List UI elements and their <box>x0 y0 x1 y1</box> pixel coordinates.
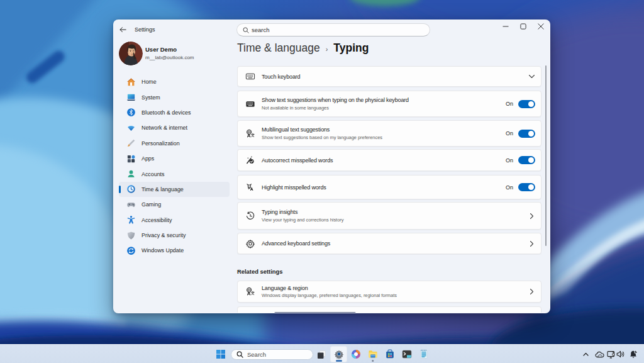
sidebar-item-label: Windows Update <box>142 247 184 254</box>
maximize-button[interactable] <box>514 20 532 33</box>
row-subtitle: Windows display language, preferred lang… <box>262 293 528 298</box>
back-button[interactable] <box>114 24 131 36</box>
sidebar-item-label: Home <box>142 79 157 85</box>
row-title: Multilingual text suggestions <box>262 126 506 133</box>
settings-row-touch-keyboard[interactable]: Touch keyboard <box>237 66 541 87</box>
sidebar-item-apps[interactable]: Apps <box>119 151 230 166</box>
sidebar-item-windows-update[interactable]: Windows Update <box>119 243 230 258</box>
multilingual-icon <box>245 128 255 139</box>
account-email: m__lab@outlook.com <box>145 55 194 60</box>
row-text: Multilingual text suggestionsShow text s… <box>262 126 506 140</box>
sidebar-item-gaming[interactable]: Gaming <box>119 197 230 212</box>
settings-row-typing-insights[interactable]: Typing insightsView your typing and corr… <box>237 202 541 230</box>
sidebar-item-accounts[interactable]: Accounts <box>119 166 230 181</box>
close-button[interactable] <box>532 20 550 33</box>
tray-display-icon[interactable] <box>607 350 616 359</box>
avatar[interactable] <box>119 42 143 65</box>
row-control <box>528 288 535 295</box>
breadcrumb-parent[interactable]: Time & language <box>237 42 320 55</box>
toggle-switch[interactable] <box>518 130 535 138</box>
tray-show-hidden-icons-icon[interactable] <box>582 351 589 358</box>
taskbar-settings-icon[interactable] <box>330 346 347 362</box>
sidebar-item-label: Accounts <box>142 171 165 177</box>
settings-row-autocorrect-misspelled-words[interactable]: Autocorrect misspelled wordsOn <box>237 149 541 171</box>
sidebar-item-time-language[interactable]: Time & language <box>119 182 230 197</box>
row-control: On <box>506 156 535 164</box>
touch-keyboard-icon <box>245 71 255 82</box>
scrollbar[interactable] <box>545 65 547 246</box>
taskbar-task-view-icon[interactable] <box>313 346 330 362</box>
sidebar-item-personalization[interactable]: Personalization <box>119 136 230 151</box>
sidebar-item-bluetooth-devices[interactable]: Bluetooth & devices <box>119 105 230 120</box>
tray-volume-icon[interactable] <box>616 350 625 358</box>
typing-insights-icon <box>245 211 255 221</box>
taskbar-terminal-icon[interactable] <box>398 346 415 362</box>
row-control: On <box>506 130 535 138</box>
row-title: Typing insights <box>262 209 528 215</box>
time-language-icon <box>126 184 136 194</box>
sidebar-item-network-internet[interactable]: Network & internet <box>119 120 230 135</box>
toggle-switch[interactable] <box>518 156 535 164</box>
taskbar: Search <box>0 344 644 363</box>
taskbar-notepad-icon[interactable] <box>415 346 432 362</box>
taskbar-center-buttons: Search <box>212 345 432 363</box>
toggle-switch[interactable] <box>518 100 535 108</box>
taskbar-microsoft-store-icon[interactable] <box>381 346 398 362</box>
settings-row-show-text-suggestions-when-typ[interactable]: Show text suggestions when typing on the… <box>237 91 541 117</box>
row-control <box>528 73 535 80</box>
sidebar-item-accessibility[interactable]: Accessibility <box>119 213 230 228</box>
accounts-icon <box>126 169 136 179</box>
settings-row-language-region[interactable]: Language & regionWindows display languag… <box>237 281 541 303</box>
row-control: On <box>506 100 535 108</box>
sidebar-item-system[interactable]: System <box>119 89 230 104</box>
privacy-icon <box>126 231 136 240</box>
sidebar-item-home[interactable]: Home <box>119 74 230 89</box>
row-text: Autocorrect misspelled words <box>262 157 506 164</box>
settings-search-input[interactable]: search <box>236 23 430 36</box>
system-tray <box>582 345 638 363</box>
settings-row-multilingual-text-suggestions[interactable]: Multilingual text suggestionsShow text s… <box>237 120 541 147</box>
chevron-right-icon <box>528 288 535 295</box>
sidebar-nav: HomeSystemBluetooth & devicesNetwork & i… <box>119 74 230 259</box>
minimize-button[interactable] <box>497 20 514 33</box>
apps-icon <box>126 154 136 164</box>
bluetooth-icon <box>126 108 136 117</box>
windows-update-icon <box>126 246 136 255</box>
chevron-right-icon <box>528 240 535 247</box>
settings-row-highlight-misspelled-words[interactable]: Highlight misspelled wordsOn <box>237 175 541 199</box>
row-text: Touch keyboard <box>262 74 528 80</box>
sidebar-item-privacy-security[interactable]: Privacy & security <box>119 228 230 243</box>
caption-buttons <box>497 20 550 33</box>
physical-keyboard-icon <box>245 99 255 109</box>
row-subtitle: Show text suggestions based on my langua… <box>262 135 506 140</box>
settings-window: Settings search User Demo m__l <box>113 20 550 313</box>
row-control: On <box>506 183 535 191</box>
row-control <box>528 240 535 247</box>
highlight-icon <box>245 182 255 193</box>
chevron-down-icon <box>528 73 535 80</box>
network-icon <box>126 123 136 133</box>
autocorrect-icon <box>245 155 255 165</box>
row-title: Advanced keyboard settings <box>262 240 528 247</box>
settings-row-advanced-keyboard-settings[interactable]: Advanced keyboard settings <box>237 233 541 254</box>
row-text: Highlight misspelled words <box>262 184 506 191</box>
taskbar-start-button[interactable] <box>212 346 229 362</box>
toggle-state-label: On <box>506 130 513 137</box>
search-placeholder: search <box>252 26 270 33</box>
chevron-right-icon <box>528 213 535 220</box>
tray-notifications-icon[interactable] <box>629 350 638 359</box>
taskbar-file-explorer-icon[interactable] <box>364 346 381 362</box>
taskbar-search-label: Search <box>247 351 266 358</box>
toggle-switch[interactable] <box>518 183 535 191</box>
breadcrumb-current: Typing <box>333 42 369 55</box>
taskbar-search[interactable]: Search <box>231 349 313 360</box>
row-text: Show text suggestions when typing on the… <box>262 97 506 111</box>
settings-row-clipped[interactable] <box>237 306 541 313</box>
row-title: Show text suggestions when typing on the… <box>262 97 506 103</box>
taskbar-copilot-icon[interactable] <box>347 346 364 362</box>
breadcrumb: Time & language › Typing <box>237 42 369 55</box>
sidebar-item-label: Time & language <box>142 186 184 193</box>
tray-onedrive-icon[interactable] <box>595 351 604 358</box>
sidebar-item-label: Bluetooth & devices <box>142 109 191 116</box>
accessibility-icon <box>126 215 136 225</box>
